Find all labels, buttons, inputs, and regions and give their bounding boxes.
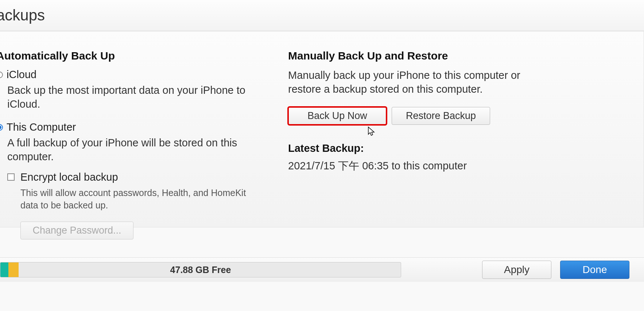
encrypt-checkbox-row[interactable]: Encrypt local backup — [7, 171, 263, 183]
encrypt-checkbox-label: Encrypt local backup — [20, 171, 118, 183]
radio-this-computer[interactable] — [0, 124, 3, 131]
encrypt-checkbox-desc: This will allow account passwords, Healt… — [20, 187, 247, 212]
radio-icloud[interactable] — [0, 72, 3, 78]
radio-icloud-desc: Back up the most important data on your … — [7, 84, 263, 111]
apply-button[interactable]: Apply — [482, 261, 551, 279]
radio-this-computer-label: This Computer — [7, 121, 76, 133]
bottom-bar: 47.88 GB Free Apply Done — [0, 257, 644, 282]
storage-bar[interactable]: 47.88 GB Free — [0, 262, 401, 277]
done-button[interactable]: Done — [560, 261, 629, 279]
latest-backup-heading: Latest Backup: — [288, 142, 540, 154]
storage-seg-other — [8, 262, 19, 277]
radio-this-computer-desc: A full backup of your iPhone will be sto… — [7, 136, 263, 164]
back-up-now-button[interactable]: Back Up Now — [288, 107, 387, 125]
radio-group-icloud[interactable]: iCloud Back up the most important data o… — [0, 69, 263, 111]
encrypt-checkbox[interactable] — [7, 173, 15, 181]
backup-panel: Automatically Back Up iCloud Back up the… — [0, 31, 644, 227]
change-password-button: Change Password... — [20, 222, 133, 239]
manual-desc: Manually back up your iPhone to this com… — [288, 69, 540, 96]
auto-backup-section: Automatically Back Up iCloud Back up the… — [0, 50, 263, 250]
storage-free-label: 47.88 GB Free — [170, 265, 231, 275]
cursor-icon — [368, 126, 376, 137]
latest-backup-text: 2021/7/15 下午 06:35 to this computer — [288, 159, 540, 173]
radio-icloud-label: iCloud — [7, 69, 36, 81]
manual-heading: Manually Back Up and Restore — [288, 50, 540, 62]
storage-seg-apps — [0, 262, 8, 277]
manual-backup-section: Manually Back Up and Restore Manually ba… — [277, 50, 540, 250]
radio-group-this-computer[interactable]: This Computer A full backup of your iPho… — [0, 121, 263, 239]
auto-backup-heading: Automatically Back Up — [0, 50, 263, 62]
restore-backup-button[interactable]: Restore Backup — [392, 107, 490, 125]
page-title: ackups — [0, 0, 644, 31]
